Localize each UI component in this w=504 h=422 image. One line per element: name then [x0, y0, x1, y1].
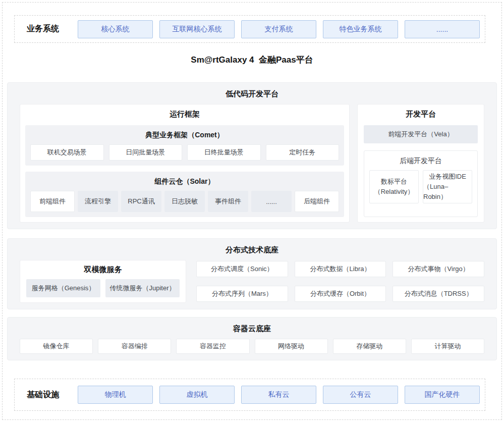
- infrastructure-label: 基础设施: [15, 390, 71, 400]
- comet-item-online-trading: 联机交易场景: [30, 144, 104, 161]
- distributed-cache-orbit: 分布式缓存（Orbit）: [295, 286, 386, 302]
- solar-warehouse-title: 组件云仓（Solar）: [30, 176, 339, 191]
- infrastructure-band: 基础设施 物理机 虚拟机 私有云 公有云 国产化硬件: [14, 379, 485, 411]
- low-code-platform-title: 低代码开发平台: [20, 88, 484, 100]
- low-code-platform-section: 低代码开发平台 运行框架 典型业务框架（Comet） 联机交易场景 日间批量场景…: [7, 82, 497, 229]
- backend-dev-platform-box: 后端开发平台 数标平台 （Relativity） 业务视图IDE （Luna–R…: [364, 150, 478, 217]
- business-system-special-button[interactable]: 特色业务系统: [323, 20, 398, 38]
- comet-framework-box: 典型业务框架（Comet） 联机交易场景 日间批量场景 日终批量场景 定时任务: [25, 125, 344, 166]
- comet-item-eod-batch: 日终批量场景: [187, 144, 261, 161]
- solar-backend-component: 后端组件: [295, 191, 339, 212]
- dual-mode-title: 双模微服务: [26, 260, 180, 279]
- service-mesh-genesis-chip: 服务网格（Genesis）: [26, 279, 100, 297]
- distributed-data-libra: 分布式数据（Libra）: [295, 261, 386, 277]
- comet-item-scheduled-task: 定时任务: [266, 144, 340, 161]
- luna-robin-name: 业务视图IDE: [429, 172, 466, 182]
- relativity-codename: （Relativity）: [374, 187, 414, 197]
- business-system-internet-core-button[interactable]: 互联网核心系统: [159, 20, 235, 38]
- business-system-more-button[interactable]: ......: [405, 20, 480, 38]
- storage-driver-item: 存储驱动: [333, 339, 406, 354]
- solar-chip-process-engine: 流程引擎: [78, 191, 118, 212]
- relativity-name: 数标平台: [381, 177, 407, 187]
- business-systems-band: 业务系统 核心系统 互联网核心系统 支付系统 特色业务系统 ......: [14, 15, 485, 43]
- dev-platform-box: 开发平台 前端开发平台（Vela） 后端开发平台 数标平台 （Relativit…: [357, 104, 484, 223]
- solar-frontend-component: 前端组件: [30, 191, 75, 212]
- container-cloud-base-section: 容器云底座 镜像仓库 容器编排 容器监控 网络驱动 存储驱动 计算驱动: [7, 317, 497, 360]
- business-system-payment-button[interactable]: 支付系统: [241, 20, 316, 38]
- distributed-sequence-mars: 分布式序列（Mars）: [196, 286, 288, 302]
- container-orchestration-item: 容器编排: [98, 339, 171, 354]
- comet-item-intraday-batch: 日间批量场景: [109, 144, 183, 161]
- solar-component-warehouse-box: 组件云仓（Solar） 前端组件 流程引擎 RPC通讯 日志脱敏 事件组件 ..…: [25, 172, 344, 217]
- traditional-microservice-jupiter-chip: 传统微服务（Jupiter）: [105, 279, 180, 297]
- solar-chip-log-masking: 日志脱敏: [164, 191, 205, 212]
- distributed-scheduling-sonic: 分布式调度（Sonic）: [196, 261, 288, 277]
- business-system-core-button[interactable]: 核心系统: [78, 20, 153, 38]
- backend-dev-platform-title: 后端开发平台: [369, 155, 472, 170]
- frontend-dev-platform-vela: 前端开发平台（Vela）: [364, 125, 478, 143]
- infra-domestic-hardware-button[interactable]: 国产化硬件: [405, 386, 480, 404]
- infra-private-cloud-button[interactable]: 私有云: [241, 386, 316, 404]
- distributed-tech-base-title: 分布式技术底座: [20, 244, 484, 256]
- luna-robin-ide-item: 业务视图IDE （Luna–Robin）: [423, 170, 472, 203]
- runtime-framework-box: 运行框架 典型业务框架（Comet） 联机交易场景 日间批量场景 日终批量场景 …: [20, 104, 350, 223]
- comet-framework-title: 典型业务框架（Comet）: [30, 129, 339, 144]
- image-registry-item: 镜像仓库: [20, 339, 93, 354]
- luna-robin-codename: （Luna–Robin）: [423, 182, 472, 202]
- dev-platform-title: 开发平台: [364, 104, 478, 125]
- solar-chip-rpc: RPC通讯: [121, 191, 161, 212]
- container-monitoring-item: 容器监控: [176, 339, 249, 354]
- runtime-framework-title: 运行框架: [25, 104, 344, 125]
- infra-physical-machine-button[interactable]: 物理机: [78, 386, 153, 404]
- business-systems-label: 业务系统: [15, 24, 71, 34]
- solar-chip-event-component: 事件组件: [208, 191, 248, 212]
- solar-chip-more: ......: [251, 191, 292, 212]
- container-cloud-base-title: 容器云底座: [20, 323, 484, 335]
- distributed-transaction-virgo: 分布式事物（Virgo）: [393, 261, 484, 277]
- infra-virtual-machine-button[interactable]: 虚拟机: [159, 386, 235, 404]
- dual-mode-microservice-box: 双模微服务 服务网格（Genesis） 传统微服务（Jupiter）: [20, 260, 186, 303]
- infra-public-cloud-button[interactable]: 公有云: [323, 386, 398, 404]
- page-title: Sm@rtGalaxy 4 金融Paas平台: [0, 54, 504, 66]
- distributed-tech-base-section: 分布式技术底座 双模微服务 服务网格（Genesis） 传统微服务（Jupite…: [7, 238, 497, 309]
- relativity-platform-item: 数标平台 （Relativity）: [369, 170, 419, 203]
- network-driver-item: 网络驱动: [255, 339, 328, 354]
- compute-driver-item: 计算驱动: [411, 339, 484, 354]
- distributed-message-tdrss: 分布式消息（TDRSS）: [393, 286, 484, 302]
